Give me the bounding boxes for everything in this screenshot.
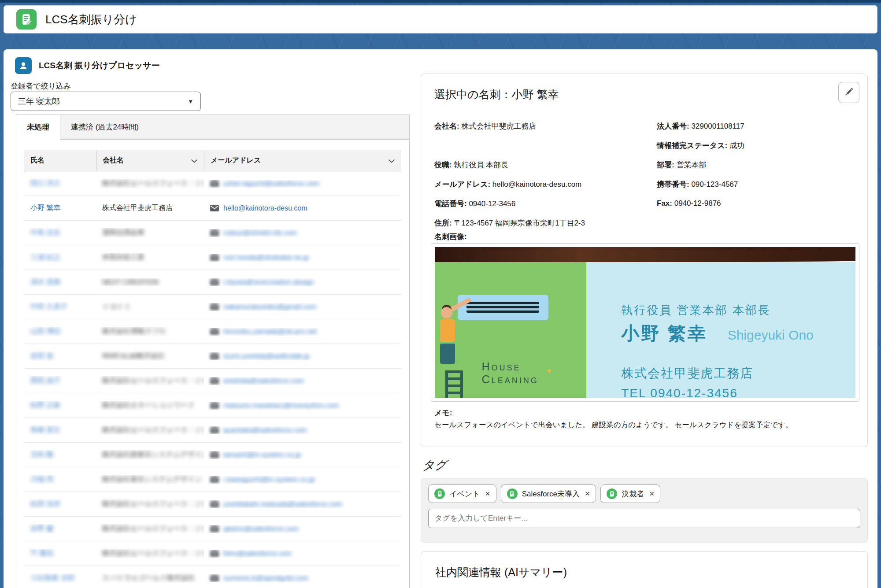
table-row: 吉田 泉WellCoLab株式会社izumi.yoshida@wellcolab… <box>24 344 401 369</box>
contact-name-link[interactable]: 平 隆浩 <box>30 549 53 557</box>
email-link[interactable]: qkeino@salesforce.com <box>223 525 299 533</box>
company-cell: 株式会社セールスフォース・ジャパン <box>102 525 204 532</box>
column-header-email[interactable]: メールアドレス <box>204 150 401 171</box>
contact-name-link[interactable]: 吉田 泉 <box>30 352 53 359</box>
card-text-side: 執行役員 営業本部 本部長 小野 繁幸 Shigeyuki Ono 株式会社甲斐… <box>586 262 855 398</box>
field-left: 電話番号: 0940-12-3456 <box>434 199 657 209</box>
table-row: 中村 久美子トヨトミnakamurakumiko@gmail.com <box>24 295 401 319</box>
mail-icon <box>210 427 219 433</box>
mail-icon <box>210 575 219 581</box>
mail-icon <box>210 303 219 310</box>
table-row: 三浦 紀之本田兵衛工業nori.honda@shokokai.ne.jp <box>24 245 401 270</box>
mail-icon <box>210 451 219 458</box>
field-right: 情報補完ステータス: 成功 <box>657 141 856 151</box>
email-link[interactable]: matsuno.masaharu@moneyfors.com <box>223 402 339 410</box>
company-cell: 株式会社博報ズブロ <box>102 327 166 335</box>
processor-title: LCS名刺 振り分けプロセッサー <box>39 60 159 71</box>
card-tel: TEL 0940-12-3456 <box>621 386 814 398</box>
email-link[interactable]: yohei.taguchi@salesforce.com <box>223 180 319 188</box>
contact-name-link[interactable]: 清水 貴典 <box>30 278 60 285</box>
mail-icon <box>210 501 219 507</box>
contact-name-link[interactable]: 玉利 隆 <box>30 451 53 458</box>
contact-name-link[interactable]: 松野 正春 <box>30 401 60 409</box>
chevron-down-icon[interactable] <box>191 157 198 165</box>
tab-strip: 未処理 連携済 (過去24時間) <box>16 115 409 140</box>
company-cell: トヨトミ <box>102 303 131 310</box>
field-left: 住所: 〒123-4567 福岡県宗像市栄町1丁目2-3 <box>434 218 657 228</box>
email-link[interactable]: sumomo.k@spiralgold.com <box>223 574 308 582</box>
note-icon <box>607 488 617 499</box>
sparkle-icon: ✦ <box>545 366 553 376</box>
email-link[interactable]: nakamurakumiko@gmail.com <box>223 303 316 311</box>
contact-name-link[interactable]: 小比類巻 太郎 <box>30 574 74 581</box>
company-cell: 株式会社セールスフォース・ジャパン <box>102 549 204 557</box>
company-cell: 濱岡信用金庫 <box>102 229 144 236</box>
mail-icon <box>210 550 219 557</box>
contact-name-link[interactable]: 中島 信夫 <box>30 229 60 236</box>
remove-tag-icon[interactable]: × <box>584 489 590 499</box>
contact-name-link[interactable]: 小野 繁幸 <box>30 204 60 211</box>
company-cell: 株式会社セールスフォース・ジャパン <box>102 426 204 433</box>
filter-label: 登録者で絞り込み <box>11 81 71 91</box>
company-cell: 株式会社セールスフォース・ジャパン <box>102 179 204 187</box>
contact-name-link[interactable]: 山田 博信 <box>30 327 60 335</box>
company-cell: 株式会社オネーションワード <box>102 401 195 409</box>
business-card-image: House Cleaning ✦ 執行役員 営業本部 本部長 小野 繁幸 Shi… <box>435 247 855 398</box>
email-link[interactable]: yoshitakahi.matsuda@salesforce.com <box>223 500 342 508</box>
email-link[interactable]: anishida@salesforce.com <box>223 377 304 385</box>
contact-name-link[interactable]: 田口 洋介 <box>30 179 60 187</box>
remove-tag-icon[interactable]: × <box>485 489 490 499</box>
mail-icon <box>210 328 219 335</box>
registrant-filter-select[interactable]: 三年 寝太郎 ▼ <box>11 92 201 111</box>
edit-button[interactable] <box>838 82 859 103</box>
email-link[interactable]: tamariri@in-system.co.jp <box>223 451 301 459</box>
tab-unprocessed[interactable]: 未処理 <box>16 115 60 140</box>
contact-name-link[interactable]: 吉野 慶 <box>30 525 53 532</box>
field-left: 役職: 執行役員 本部長 <box>434 160 657 170</box>
column-header-company[interactable]: 会社名 <box>96 150 204 171</box>
column-header-name[interactable]: 氏名 <box>24 150 96 171</box>
tab-synced[interactable]: 連携済 (過去24時間) <box>60 115 149 139</box>
card-image-label: 名刺画像: <box>434 232 467 242</box>
email-link[interactable]: nobuo@shinkin-bk.com <box>223 229 297 237</box>
contact-name-link[interactable]: 青柳 貴文 <box>30 426 60 433</box>
mail-icon <box>210 377 219 384</box>
house-cleaning-logo: House Cleaning <box>482 360 539 386</box>
mail-icon <box>210 279 219 285</box>
email-link[interactable]: thiro@salesforce.com <box>223 550 292 558</box>
mail-icon <box>210 353 219 359</box>
app-title: LCS名刺振り分け <box>45 12 137 27</box>
tag-chip: 決裁者× <box>600 484 660 503</box>
table-row: 玉利 隆株式会社新東京システムデザインtamariri@in-system.co… <box>24 443 401 467</box>
contact-name-link[interactable]: 三浦 紀之 <box>30 253 60 261</box>
contact-name-link[interactable]: 中村 久美子 <box>30 303 67 310</box>
contact-name-link[interactable]: 川端 亮 <box>30 475 53 483</box>
card-title-line: 執行役員 営業本部 本部長 <box>621 303 814 318</box>
table-row: 青柳 貴文株式会社セールスフォース・ジャパンquantaka@salesforc… <box>24 418 401 443</box>
table-header-row: 氏名 会社名 メールアドレス <box>24 150 401 171</box>
field-left: メールアドレス: hello@kainotora-desu.com <box>434 179 657 189</box>
email-link[interactable]: r.kawaguchi@in-system.co.jp <box>223 476 315 484</box>
tag-input[interactable] <box>428 509 860 528</box>
contact-name-link[interactable]: 松田 佳洋 <box>30 500 60 507</box>
card-logo-side: House Cleaning ✦ <box>435 262 586 398</box>
pencil-icon <box>844 87 854 98</box>
company-cell: NEXT CREATION <box>102 278 159 286</box>
email-link[interactable]: izumi.yoshida@wellcolab.jp <box>223 352 310 360</box>
memo-text: セールスフォースのイベントで出会いました。 建設業の方のようです。 セールスクラ… <box>434 420 856 430</box>
remove-tag-icon[interactable]: × <box>648 489 654 499</box>
contact-name-link[interactable]: 西田 晶子 <box>30 377 60 384</box>
chevron-down-icon[interactable] <box>388 157 395 165</box>
table-row: 西田 晶子株式会社セールスフォース・ジャパンanishida@salesforc… <box>24 369 401 393</box>
email-link[interactable]: t.kiyota@nextcreation.design <box>223 278 314 286</box>
email-link[interactable]: hironobu.yamada@zb-pro.net <box>223 328 317 336</box>
email-link[interactable]: nori.honda@shokokai.ne.jp <box>223 254 309 262</box>
tag-chip: Salesforce未導入× <box>501 484 596 503</box>
email-link[interactable]: quantaka@salesforce.com <box>223 426 307 434</box>
table-row: 小野 繁幸株式会社甲斐虎工務店hello@kainotora-desu.com <box>24 196 401 221</box>
selected-card-title: 選択中の名刺：小野 繁幸 <box>434 87 559 102</box>
email-link[interactable]: hello@kainotora-desu.com <box>223 204 307 212</box>
note-icon <box>434 488 445 499</box>
mail-icon <box>210 402 219 409</box>
processor-header: LCS名刺 振り分けプロセッサー <box>15 57 159 74</box>
